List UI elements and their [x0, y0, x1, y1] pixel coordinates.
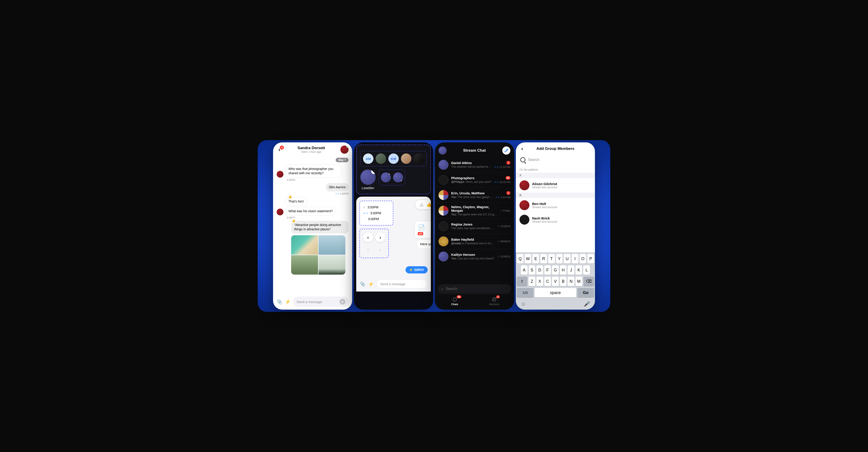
conversation-header: ‹ 4 Sandra Dorsett Seen 1 hour ago [273, 142, 352, 156]
letter-key[interactable]: Q [517, 254, 524, 263]
chat-row[interactable]: Regina Jones The class has open enrollme… [436, 219, 513, 234]
letter-key[interactable]: K [576, 265, 582, 275]
letter-key[interactable]: E [532, 254, 539, 263]
letter-key[interactable]: P [587, 254, 594, 263]
letter-key[interactable]: D [536, 265, 543, 275]
member-row[interactable]: Nash BrickStream test account [516, 213, 595, 227]
letter-key[interactable]: S [529, 265, 535, 275]
avatar-photo[interactable] [401, 154, 411, 164]
chat-name: Baker Hayfield [451, 238, 495, 241]
unread-badge: 1 [506, 191, 510, 195]
letter-key[interactable]: H [560, 265, 567, 275]
tab-mentions[interactable]: 2 @ Mentions [474, 296, 514, 305]
gallery-image[interactable] [291, 255, 318, 275]
keyboard-row: QWERTYUIOP [517, 254, 594, 263]
chat-row[interactable]: Erin, Ursula, Matthew You: The store onl… [436, 188, 513, 203]
letter-key[interactable]: F [544, 265, 551, 275]
lightning-icon: ⚡ [409, 268, 413, 272]
lightning-icon[interactable]: ⚡ [285, 299, 291, 304]
message-bubble[interactable]: Slim Aarons [326, 183, 348, 191]
avatar-photo[interactable] [376, 154, 386, 164]
reaction-picker[interactable]: 👍 👍 [415, 200, 431, 209]
avatar-photo[interactable] [414, 154, 424, 164]
thumbs-up-icon[interactable]: 👍 [418, 202, 424, 207]
lightning-icon[interactable]: ⚡ [368, 281, 374, 287]
pdf-attachment[interactable]: 📄 pdf [415, 222, 431, 238]
backspace-key[interactable]: ⌫ [583, 277, 594, 286]
avatar-initials[interactable]: AM [363, 154, 373, 164]
letter-key[interactable]: J [567, 265, 575, 275]
selected-user-chip[interactable]: ✕ Lewellen [360, 169, 376, 190]
gallery-image[interactable] [291, 235, 318, 255]
letter-key[interactable]: W [525, 254, 531, 263]
search-icon [520, 157, 525, 162]
attach-icon[interactable]: 📎 [277, 299, 282, 304]
letter-key[interactable]: Z [528, 277, 535, 286]
attach-icon[interactable]: 📎 [360, 281, 366, 287]
letter-key[interactable]: N [567, 277, 575, 286]
section-header: A [516, 173, 595, 178]
message-composer: 📎 ⚡ Send a message [356, 280, 431, 288]
contact-avatar[interactable] [340, 146, 348, 154]
gallery-image[interactable] [318, 235, 345, 255]
chat-conversation-screen: ‹ 4 Sandra Dorsett Seen 1 hour ago May 7… [273, 142, 352, 310]
letter-key[interactable]: Y [556, 254, 563, 263]
letter-key[interactable]: A [521, 265, 528, 275]
member-row[interactable]: Ben HoltStream test account [516, 198, 595, 213]
keyboard-row: ⇧ ZXCVBNM ⌫ [517, 277, 594, 286]
member-name: Nash Brick [532, 216, 557, 220]
keyboard-row: 123 space Go [517, 288, 594, 297]
search-field[interactable]: Search [520, 156, 591, 164]
letter-key[interactable]: G [552, 265, 559, 275]
go-key[interactable]: Go [577, 288, 594, 297]
letter-key[interactable]: V [552, 277, 559, 286]
tab-chats[interactable]: 82 ◌ Chats [435, 296, 474, 305]
back-button[interactable]: ‹ [520, 146, 525, 152]
emoji-icon[interactable]: ☺ [521, 301, 526, 307]
member-avatar [520, 215, 529, 225]
numbers-key[interactable]: 123 [517, 288, 533, 297]
chat-row[interactable]: Photographers @Philippe: Hmm, are you su… [436, 172, 513, 188]
chat-row[interactable]: Nelms, Clayton, Wagner, Morgan You: The … [436, 203, 513, 219]
profile-avatar[interactable] [438, 147, 447, 155]
chat-row[interactable]: Daniel Atkins The weather will be perfec… [436, 157, 513, 172]
screen-header: ‹ Add Group Members [516, 142, 595, 154]
giphy-button[interactable]: ⚡GIPHY [405, 266, 428, 273]
gallery-image[interactable] [318, 255, 345, 275]
letter-key[interactable]: L [583, 265, 590, 275]
back-button[interactable]: ‹ 4 [277, 147, 282, 152]
letter-key[interactable]: X [536, 277, 543, 286]
avatar-initials[interactable]: KM [388, 154, 399, 164]
letter-key[interactable]: O [580, 254, 586, 263]
mic-icon[interactable]: 🎤 [584, 301, 590, 307]
letter-key[interactable]: I [572, 254, 579, 263]
letter-key[interactable]: T [548, 254, 555, 263]
compose-button[interactable] [502, 147, 510, 155]
chat-row[interactable]: Kaitlyn Henson You: Can you mail my rent… [436, 249, 513, 264]
chat-row[interactable]: Baker Hayfield @waldo Is Cleveland nice … [436, 234, 513, 249]
message-bubble[interactable]: What was his vision statement? [285, 207, 336, 216]
member-row[interactable]: Alison GilchristStream test account [516, 178, 595, 193]
online-dot-icon [389, 172, 391, 175]
message-bubble[interactable]: "Attractive people doing attractive thin… [291, 221, 348, 233]
message-composer: 📎 ⚡ Send a message ➤ [273, 296, 352, 307]
image-gallery[interactable] [291, 235, 345, 275]
letter-key[interactable]: B [560, 277, 567, 286]
arrow-right-button[interactable]: › [375, 232, 385, 242]
message-bubble[interactable]: Who was that photographer you shared wit… [285, 164, 342, 177]
letter-key[interactable]: C [544, 277, 551, 286]
thumbs-up-reaction-icon[interactable]: 👍 [287, 194, 293, 200]
message-input[interactable]: Send a message [377, 280, 427, 288]
shift-key[interactable]: ⇧ [517, 277, 527, 286]
chat-name: Nelms, Clayton, Wagner, Morgan [451, 205, 498, 213]
remove-icon[interactable]: ✕ [371, 169, 376, 174]
search-bar[interactable]: ⌕ Search [438, 284, 511, 293]
message-input[interactable]: Send a message ➤ [293, 296, 348, 307]
space-key[interactable]: space [535, 288, 576, 297]
letter-key[interactable]: M [576, 277, 582, 286]
thumbs-up-icon[interactable]: 👍 [426, 202, 431, 207]
letter-key[interactable]: R [540, 254, 547, 263]
send-button[interactable]: ➤ [340, 299, 345, 305]
arrow-left-button[interactable]: ‹ [363, 232, 373, 242]
letter-key[interactable]: U [564, 254, 570, 263]
